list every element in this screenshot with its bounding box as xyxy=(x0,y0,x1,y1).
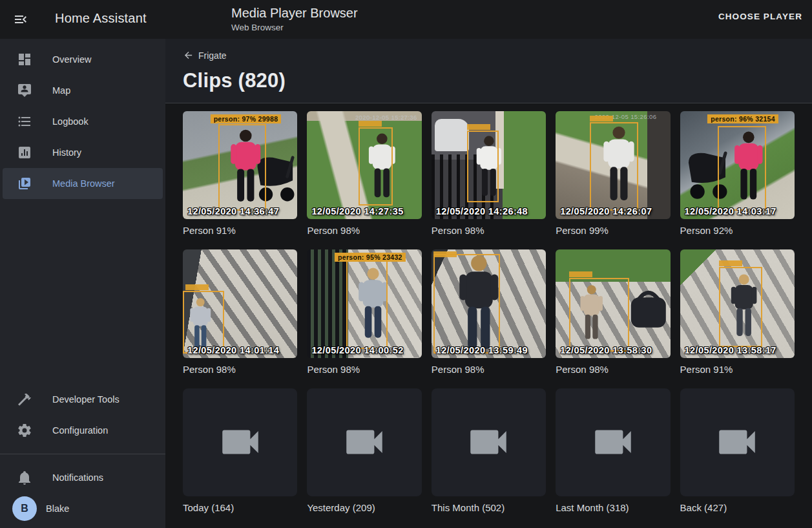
clip-timestamp: 12/05/2020 13:58:30 xyxy=(560,345,652,355)
detection-label-small xyxy=(590,116,613,121)
clip-item[interactable]: 12/05/2020 13:58:17Person 91% xyxy=(680,249,795,374)
clip-timestamp: 12/05/2020 13:59:49 xyxy=(436,345,528,355)
play-box-multiple-icon xyxy=(17,176,32,191)
sidebar-item-label: Media Browser xyxy=(52,178,115,189)
detection-label-small xyxy=(467,124,490,130)
clip-caption: Person 92% xyxy=(680,225,795,236)
clip-caption: Person 98% xyxy=(307,364,421,375)
folder-item-last-month[interactable]: Last Month (318) xyxy=(556,388,670,513)
cog-icon xyxy=(17,423,32,438)
clip-caption: Person 98% xyxy=(556,364,670,375)
sidebar-spacer xyxy=(0,199,165,384)
sidebar-item-user[interactable]: B Blake xyxy=(3,493,163,524)
detection-bounding-box xyxy=(218,124,267,211)
detection-label-small xyxy=(719,260,742,266)
folder-item-yesterday[interactable]: Yesterday (209) xyxy=(307,388,421,513)
folder-item-this-month[interactable]: This Month (502) xyxy=(432,388,546,513)
folder-caption: Back (427) xyxy=(680,502,795,513)
folder-tile xyxy=(432,388,546,496)
clip-timestamp: 12/05/2020 14:27:35 xyxy=(311,206,403,216)
chart-box-icon xyxy=(17,145,32,160)
clip-thumbnail: 2020-12-05 15:27:3612/05/2020 14:27:35 xyxy=(307,111,421,219)
sidebar-nav: OverviewMapLogbookHistoryMedia Browser xyxy=(0,39,165,199)
detection-bounding-box xyxy=(718,126,766,210)
bag-shape xyxy=(625,286,671,334)
sidebar-item-label: History xyxy=(52,147,81,158)
clips-grid: person: 97% 2998812/05/2020 14:36:47Pers… xyxy=(165,103,812,527)
clip-timestamp: 12/05/2020 14:26:07 xyxy=(560,206,652,216)
clip-timestamp: 12/05/2020 14:26:48 xyxy=(436,206,528,216)
clip-thumbnail: person: 97% 2998812/05/2020 14:36:47 xyxy=(183,111,297,219)
clip-thumbnail: 2020-12-05 15:26:0612/05/2020 14:26:07 xyxy=(556,111,670,219)
video-camera-icon xyxy=(464,418,512,466)
sidebar: OverviewMapLogbookHistoryMedia Browser D… xyxy=(0,39,165,528)
folder-tile xyxy=(556,388,670,496)
clip-caption: Person 98% xyxy=(432,364,546,375)
breadcrumb[interactable]: Frigate xyxy=(183,50,227,61)
home-assistant-app: Home Assistant Media Player Browser Web … xyxy=(0,0,812,528)
sidebar-item-map[interactable]: Map xyxy=(3,75,163,106)
detection-bounding-box xyxy=(183,291,224,354)
clip-caption: Person 91% xyxy=(680,364,795,375)
sidebar-item-label: Configuration xyxy=(52,425,108,436)
detection-label-small xyxy=(569,271,592,277)
sidebar-tools: Developer ToolsConfiguration xyxy=(0,384,165,446)
notifications-label: Notifications xyxy=(52,472,103,483)
detection-label-small xyxy=(433,251,457,257)
clip-item[interactable]: 12/05/2020 14:01:14Person 98% xyxy=(183,249,297,374)
folder-tile xyxy=(307,388,421,496)
folder-caption: This Month (502) xyxy=(432,502,546,513)
hammer-icon xyxy=(17,392,32,407)
sidebar-item-logbook[interactable]: Logbook xyxy=(3,106,163,137)
sidebar-item-label: Developer Tools xyxy=(52,394,120,405)
page-title: Clips (820) xyxy=(183,69,795,92)
sidebar-divider xyxy=(0,454,165,454)
folder-item-back[interactable]: Back (427) xyxy=(680,388,795,513)
clip-thumbnail: 12/05/2020 14:26:48 xyxy=(432,111,546,219)
user-name: Blake xyxy=(46,503,69,514)
clip-item[interactable]: person: 95% 2343212/05/2020 14:00:52Pers… xyxy=(307,249,421,374)
clip-timestamp: 12/05/2020 14:03:17 xyxy=(685,206,776,216)
clip-timestamp: 12/05/2020 14:01:14 xyxy=(187,345,279,355)
detection-bounding-box xyxy=(590,122,638,211)
sidebar-item-configuration[interactable]: Configuration xyxy=(3,415,163,446)
tooltip-account-icon xyxy=(17,83,32,98)
sidebar-toggle-button[interactable] xyxy=(6,5,35,34)
video-camera-icon xyxy=(589,418,637,466)
clip-item[interactable]: 2020-12-05 15:26:0612/05/2020 14:26:07Pe… xyxy=(556,111,670,236)
clip-timestamp: 12/05/2020 14:36:47 xyxy=(187,206,279,216)
clip-thumbnail: person: 96% 3215412/05/2020 14:03:17 xyxy=(680,111,795,219)
clip-item[interactable]: 12/05/2020 13:59:49Person 98% xyxy=(432,249,546,374)
clip-thumbnail: 12/05/2020 14:01:14 xyxy=(183,249,297,357)
sidebar-item-label: Map xyxy=(52,85,70,96)
sidebar-item-media-browser[interactable]: Media Browser xyxy=(3,168,163,199)
detection-bounding-box xyxy=(433,254,500,354)
clip-caption: Person 98% xyxy=(183,364,297,375)
sidebar-item-notifications[interactable]: Notifications xyxy=(3,462,163,493)
detection-label-small xyxy=(185,284,209,290)
clip-item[interactable]: 2020-12-05 15:27:3612/05/2020 14:27:35Pe… xyxy=(307,111,421,236)
sidebar-item-label: Overview xyxy=(52,54,91,65)
back-arrow-icon xyxy=(183,50,194,61)
format-list-bulleted-icon xyxy=(17,114,32,129)
sidebar-item-overview[interactable]: Overview xyxy=(3,44,163,75)
clip-item[interactable]: person: 97% 2998812/05/2020 14:36:47Pers… xyxy=(183,111,297,236)
clip-thumbnail: 12/05/2020 13:58:17 xyxy=(680,249,795,357)
folder-item-today[interactable]: Today (164) xyxy=(183,388,297,513)
clip-timestamp: 12/05/2020 13:58:17 xyxy=(685,345,776,355)
sidebar-item-history[interactable]: History xyxy=(3,137,163,168)
clip-item[interactable]: person: 96% 3215412/05/2020 14:03:17Pers… xyxy=(680,111,795,236)
clip-item[interactable]: 12/05/2020 13:58:30Person 98% xyxy=(556,249,670,374)
folder-caption: Today (164) xyxy=(183,502,297,513)
detection-label: person: 97% 29988 xyxy=(211,114,282,123)
dialog-title: Media Player Browser xyxy=(231,6,358,21)
clip-item[interactable]: 12/05/2020 14:26:48Person 98% xyxy=(432,111,546,236)
clip-thumbnail: person: 95% 2343212/05/2020 14:00:52 xyxy=(307,249,421,357)
sidebar-item-developer-tools[interactable]: Developer Tools xyxy=(3,384,163,415)
detection-bounding-box xyxy=(569,278,629,352)
choose-player-button[interactable]: CHOOSE PLAYER xyxy=(718,12,802,21)
view-dashboard-icon xyxy=(17,52,32,67)
media-browser-content: Frigate Clips (820) person: 97% 2998812/… xyxy=(165,39,812,528)
media-browser-header: Media Player Browser Web Browser xyxy=(231,6,358,32)
top-app-bar: Home Assistant Media Player Browser Web … xyxy=(0,0,812,39)
